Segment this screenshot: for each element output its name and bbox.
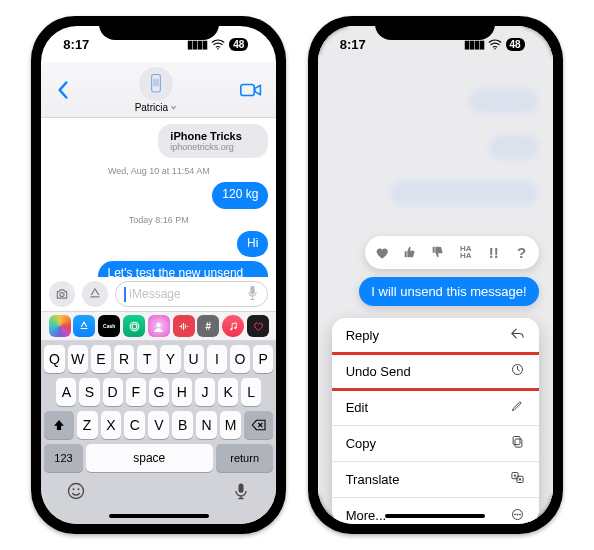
svg-point-15 <box>494 48 496 50</box>
reply-icon <box>510 326 525 344</box>
key-123[interactable]: 123 <box>44 444 82 472</box>
svg-point-7 <box>132 324 137 329</box>
key-n[interactable]: N <box>196 411 217 439</box>
emoji-button[interactable] <box>66 481 86 505</box>
music-app-icon[interactable] <box>222 315 244 337</box>
key-c[interactable]: C <box>124 411 145 439</box>
tapback-thumbsup-icon[interactable] <box>401 244 419 260</box>
input-placeholder: iMessage <box>129 287 180 301</box>
memoji-app-icon[interactable] <box>148 315 170 337</box>
key-z[interactable]: Z <box>77 411 98 439</box>
svg-rect-14 <box>239 484 244 493</box>
svg-rect-5 <box>251 285 255 294</box>
wifi-icon <box>488 37 502 51</box>
key-p[interactable]: P <box>253 345 273 373</box>
key-k[interactable]: K <box>218 378 238 406</box>
dictate-button[interactable] <box>246 285 259 304</box>
key-space[interactable]: space <box>86 444 213 472</box>
appstore-button[interactable] <box>82 281 108 307</box>
key-shift[interactable] <box>44 411 73 439</box>
key-e[interactable]: E <box>91 345 111 373</box>
tapback-haha-icon[interactable]: HA HA <box>457 245 475 259</box>
svg-point-9 <box>230 328 232 330</box>
tapback-heart-icon[interactable] <box>373 244 391 261</box>
audio-app-icon[interactable] <box>173 315 195 337</box>
photos-app-icon[interactable] <box>49 315 71 337</box>
link-preview[interactable]: iPhone Tricks iphonetricks.org <box>158 124 268 158</box>
translate-icon <box>510 470 525 488</box>
menu-item-reply[interactable]: Reply <box>332 318 539 354</box>
key-l[interactable]: L <box>241 378 261 406</box>
fitness-app-icon[interactable] <box>123 315 145 337</box>
key-s[interactable]: S <box>79 378 99 406</box>
key-t[interactable]: T <box>137 345 157 373</box>
key-j[interactable]: J <box>195 378 215 406</box>
hashtag-app-icon[interactable]: # <box>197 315 219 337</box>
tapback-question-icon[interactable]: ? <box>513 244 531 261</box>
key-backspace[interactable] <box>244 411 273 439</box>
app-strip[interactable]: Cash # <box>41 311 276 341</box>
svg-rect-2 <box>153 78 159 85</box>
menu-item-translate[interactable]: Translate <box>332 462 539 498</box>
key-r[interactable]: R <box>114 345 134 373</box>
facetime-button[interactable] <box>240 82 262 98</box>
key-return[interactable]: return <box>216 444 273 472</box>
message-bubble[interactable]: Hi <box>237 231 268 258</box>
back-button[interactable] <box>55 80 71 100</box>
key-y[interactable]: Y <box>160 345 180 373</box>
key-u[interactable]: U <box>184 345 204 373</box>
tapback-thumbsdown-icon[interactable] <box>429 244 447 260</box>
camera-button[interactable] <box>49 281 75 307</box>
keyboard-bottom <box>44 477 273 505</box>
contact-button[interactable]: Patricia <box>135 67 177 113</box>
key-b[interactable]: B <box>172 411 193 439</box>
key-q[interactable]: Q <box>44 345 64 373</box>
key-g[interactable]: G <box>149 378 169 406</box>
key-a[interactable]: A <box>56 378 76 406</box>
svg-rect-18 <box>513 437 520 445</box>
key-row: A S D F G H J K L <box>44 378 273 406</box>
appstore-app-icon[interactable] <box>73 315 95 337</box>
context-menu: Reply Undo Send Edit Copy Transla <box>332 318 539 525</box>
tapback-exclaim-icon[interactable]: !! <box>485 244 503 261</box>
applecash-app-icon[interactable]: Cash <box>98 315 120 337</box>
digitaltouch-app-icon[interactable] <box>247 315 269 337</box>
key-d[interactable]: D <box>103 378 123 406</box>
key-row: Q W E R T Y U I O P <box>44 345 273 373</box>
selected-message-bubble[interactable]: I will unsend this message! <box>359 277 538 306</box>
copy-icon <box>510 434 525 452</box>
notch <box>99 16 219 40</box>
home-indicator[interactable] <box>109 514 209 518</box>
message-input[interactable]: iMessage <box>115 281 268 307</box>
undo-icon <box>510 362 525 380</box>
svg-point-23 <box>517 513 518 514</box>
key-m[interactable]: M <box>220 411 241 439</box>
key-i[interactable]: I <box>207 345 227 373</box>
link-subtitle: iphonetricks.org <box>170 142 256 152</box>
key-o[interactable]: O <box>230 345 250 373</box>
svg-point-12 <box>73 488 75 490</box>
phone-left: 8:17 ▮▮▮▮ 48 Patricia <box>31 16 286 534</box>
key-w[interactable]: W <box>68 345 88 373</box>
key-h[interactable]: H <box>172 378 192 406</box>
menu-label: Reply <box>346 328 379 343</box>
svg-point-4 <box>60 293 64 297</box>
message-bubble[interactable]: Let's test the new unsend message featur… <box>98 261 269 277</box>
timestamp: Wed, Aug 10 at 11:54 AM <box>49 166 268 176</box>
svg-point-24 <box>519 513 520 514</box>
key-f[interactable]: F <box>126 378 146 406</box>
key-v[interactable]: V <box>148 411 169 439</box>
svg-point-0 <box>217 48 219 50</box>
home-indicator[interactable] <box>385 514 485 518</box>
menu-item-undo-send[interactable]: Undo Send <box>332 354 539 390</box>
svg-rect-3 <box>241 84 254 95</box>
keyboard: Q W E R T Y U I O P A S D F G H J K L <box>41 341 276 524</box>
message-bubble[interactable]: 120 kg <box>212 182 268 209</box>
menu-item-copy[interactable]: Copy <box>332 426 539 462</box>
dictate-button[interactable] <box>231 481 251 505</box>
messages-area[interactable]: iPhone Tricks iphonetricks.org Wed, Aug … <box>41 118 276 277</box>
key-x[interactable]: X <box>101 411 122 439</box>
menu-item-more[interactable]: More... <box>332 498 539 525</box>
svg-point-11 <box>69 484 84 499</box>
menu-item-edit[interactable]: Edit <box>332 390 539 426</box>
